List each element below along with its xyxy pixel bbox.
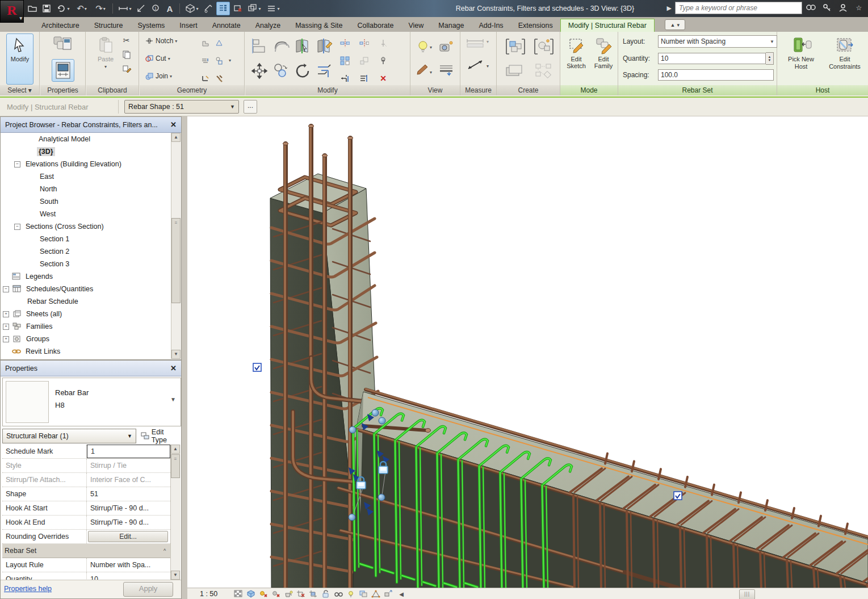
tag-by-category-icon[interactable]: 1 (149, 2, 162, 15)
pick-new-host-button[interactable]: Pick New Host (782, 33, 820, 85)
ribbon-minimize-button[interactable]: ▲▾ (665, 19, 685, 30)
tab-massing-site[interactable]: Massing & Site (288, 19, 350, 32)
offset-icon[interactable] (272, 37, 290, 56)
tree-item-elevations-building-elevation-[interactable]: −Elevations (Building Elevation) (1, 158, 171, 170)
panel-divider[interactable] (182, 116, 187, 599)
search-icon[interactable] (804, 2, 818, 14)
tab-extensions[interactable]: Extensions (511, 19, 560, 32)
reveal-hidden-elements-icon[interactable] (345, 589, 357, 599)
scroll-up-icon[interactable]: ▲ (171, 133, 181, 142)
modify-button[interactable]: Modify (6, 33, 33, 85)
paste-button[interactable]: Paste▾ (92, 33, 119, 85)
properties-palette-button[interactable] (52, 59, 74, 82)
tab-structure[interactable]: Structure (87, 19, 131, 32)
collapse-arrow-icon[interactable]: ◀ (399, 591, 404, 597)
tab-annotate[interactable]: Annotate (205, 19, 248, 32)
measure-tool-icon[interactable]: ▾ (465, 36, 490, 51)
close-icon[interactable]: ✕ (170, 120, 177, 129)
trim-to-corner-icon[interactable] (340, 73, 350, 83)
close-hidden-windows-icon[interactable] (232, 2, 244, 15)
edit-type-button[interactable]: Edit Type (140, 429, 180, 443)
tree-item-sections-cross-section-[interactable]: −Sections (Cross Section) (1, 220, 171, 233)
mode-panel-label[interactable]: Mode (560, 85, 618, 95)
clipboard-panel-label[interactable]: Clipboard (86, 85, 139, 95)
visibility-checkbox[interactable] (674, 492, 682, 500)
infocenter-toggle-icon[interactable]: ▶ (667, 5, 672, 12)
aligned-dimension-icon[interactable] (135, 2, 148, 15)
split-with-gap-icon[interactable] (316, 37, 333, 56)
apply-button[interactable]: Apply (123, 582, 173, 597)
tree-item-rebar-schedule[interactable]: Rebar Schedule (1, 295, 171, 308)
measure-panel-label[interactable]: Measure (460, 85, 496, 95)
sign-in-icon[interactable] (836, 2, 850, 14)
match-type-icon[interactable] (121, 64, 131, 73)
redo-icon[interactable]: ↷▾ (92, 2, 109, 15)
trim-extend-icon[interactable] (316, 62, 333, 81)
beam-cutback-icon[interactable] (201, 56, 211, 65)
notch-button[interactable]: Notch (156, 37, 173, 45)
create-parts-icon[interactable] (532, 37, 555, 58)
measure-icon[interactable]: ▾ (116, 2, 133, 15)
tree-item-families[interactable]: +Families (1, 320, 171, 333)
tree-item-section-1[interactable]: Section 1 (1, 233, 171, 245)
sync-with-central-icon[interactable]: ▾ (54, 2, 72, 15)
rebar-shape-select[interactable]: Rebar Shape : 51▼ (124, 100, 239, 114)
scrollbar-thumb[interactable]: ≡ (171, 218, 181, 303)
hide-elements-icon[interactable]: ▾ (416, 40, 439, 56)
shape-browser-button[interactable]: ... (244, 100, 257, 114)
detail-level-icon[interactable] (232, 589, 245, 599)
tree-item-north[interactable]: North (1, 183, 171, 195)
unpin-icon[interactable] (379, 38, 388, 48)
cut-geometry-button[interactable]: Cut (156, 55, 166, 62)
tree-item-groups[interactable]: +Groups (1, 333, 171, 345)
expand-icon[interactable]: + (3, 324, 9, 330)
tab-architecture[interactable]: Architecture (34, 19, 87, 32)
copy-icon[interactable] (121, 49, 131, 59)
visibility-checkbox[interactable] (253, 363, 261, 371)
edit-sketch-button[interactable]: Edit Sketch (562, 33, 590, 85)
tab-manage[interactable]: Manage (431, 19, 471, 32)
scale-button[interactable]: 1 : 50 (200, 590, 217, 598)
scrollbar-thumb[interactable]: ≡ (171, 454, 180, 478)
default-3d-view-icon[interactable]: ▾ (183, 2, 200, 15)
drawing-area[interactable] (187, 116, 868, 588)
array-icon[interactable] (340, 56, 350, 65)
worksharing-display-icon[interactable] (357, 589, 370, 599)
join-geometry-button[interactable]: Join (156, 72, 168, 80)
mirror-pick-icon[interactable] (359, 38, 369, 48)
tab-modify-structural-rebar[interactable]: Modify | Structural Rebar (560, 19, 655, 32)
wall-opening-icon[interactable] (215, 38, 224, 48)
type-selector[interactable]: Rebar Bar H8 ▼ (2, 378, 181, 426)
text-note-icon[interactable]: A (163, 2, 176, 15)
property-value[interactable]: Stirrup/Tie - 90 d... (87, 516, 170, 529)
properties-windows-icon[interactable] (52, 35, 74, 57)
tree-item-east[interactable]: East (1, 170, 171, 183)
property-value[interactable]: 1 (87, 445, 170, 458)
favorites-icon[interactable]: ☆ (852, 2, 866, 14)
tree-item-analytical-model[interactable]: Analytical Model (1, 133, 171, 145)
render-icon[interactable] (439, 40, 456, 56)
property-value[interactable]: Interior Face of C... (87, 473, 170, 487)
split-element-icon[interactable] (294, 37, 311, 56)
tree-item-section-3[interactable]: Section 3 (1, 258, 171, 270)
tab-add-ins[interactable]: Add-Ins (472, 19, 511, 32)
tree-item--3d-[interactable]: {3D} (1, 145, 171, 158)
rotate-icon[interactable] (294, 62, 311, 81)
wall-joins-icon[interactable] (201, 73, 211, 83)
tree-item-schedules-quantities[interactable]: −Schedules/Quantities (1, 283, 171, 295)
scroll-up-icon[interactable]: ▲ (171, 445, 180, 454)
cut-icon[interactable]: ✂ (121, 35, 131, 45)
properties-help-link[interactable]: Properties help (4, 585, 52, 593)
tab-collaborate[interactable]: Collaborate (350, 19, 401, 32)
cope-icon[interactable] (201, 38, 211, 48)
tab-analyze[interactable]: Analyze (248, 19, 288, 32)
unlocked-3d-view-icon[interactable] (320, 589, 332, 599)
tree-item-legends[interactable]: Legends (1, 270, 171, 283)
mirror-axis-icon[interactable] (340, 38, 350, 48)
copy-element-icon[interactable] (272, 62, 290, 81)
property-value[interactable]: Number with Spa... (87, 558, 170, 572)
show-crop-region-icon[interactable] (307, 589, 320, 599)
tree-item-revit-links[interactable]: Revit Links (1, 345, 171, 358)
align-icon[interactable] (251, 37, 268, 56)
tree-item-section-2[interactable]: Section 2 (1, 245, 171, 258)
